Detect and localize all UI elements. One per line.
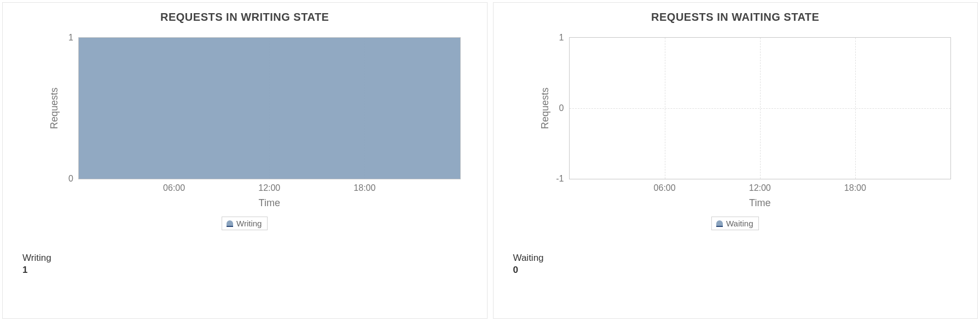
panel-writing: REQUESTS IN WRITING STATE 0 1 06:00 12:0… [2,2,488,319]
x-tick: 06:00 [163,183,185,193]
chart-area[interactable]: 0 1 06:00 12:00 18:00 Requests Time [45,32,466,212]
y-tick: -1 [556,174,564,184]
y-axis-label: Requests [539,87,550,129]
legend-item-writing[interactable]: Writing [222,217,268,230]
summary: Writing 1 [22,252,477,276]
summary: Waiting 0 [513,252,968,276]
summary-label: Waiting [513,252,968,264]
chart-title: REQUESTS IN WAITING STATE [503,11,968,24]
y-axis-label: Requests [49,87,60,129]
x-axis-label: Time [749,197,770,209]
x-tick: 12:00 [258,183,280,193]
legend-label: Writing [236,219,262,228]
legend-item-waiting[interactable]: Waiting [711,217,759,230]
x-tick: 18:00 [844,183,866,193]
x-axis-label: Time [259,197,280,209]
panel-waiting: REQUESTS IN WAITING STATE -1 0 1 06:00 1… [493,2,978,319]
x-tick: 06:00 [654,183,676,193]
series-writing-area [79,38,460,179]
summary-value: 1 [22,264,477,276]
plot[interactable]: -1 0 1 06:00 12:00 18:00 Requests Time [569,37,952,179]
x-tick: 18:00 [353,183,375,193]
y-tick: 0 [68,174,73,184]
summary-label: Writing [22,252,477,264]
legend-label: Waiting [726,219,753,228]
y-tick: 1 [559,33,564,43]
area-icon [227,220,233,227]
chart-title: REQUESTS IN WRITING STATE [13,11,477,24]
x-tick: 12:00 [749,183,771,193]
chart-area[interactable]: -1 0 1 06:00 12:00 18:00 Requests Time [536,32,957,212]
plot[interactable]: 0 1 06:00 12:00 18:00 Requests Time [78,37,461,179]
summary-value: 0 [513,264,968,276]
y-tick: 1 [68,33,73,43]
y-tick: 0 [559,103,564,113]
area-icon [716,220,723,227]
